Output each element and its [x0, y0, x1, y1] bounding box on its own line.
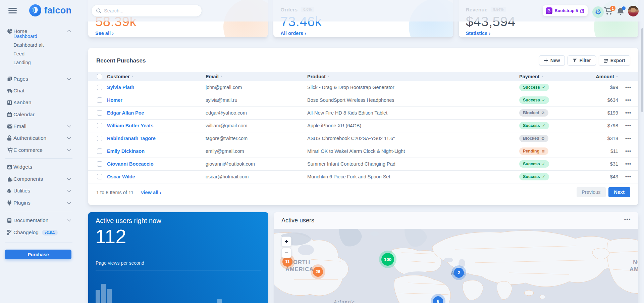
card-header: Active users •••: [274, 212, 638, 229]
sidebar-item-chat[interactable]: Chat: [0, 86, 80, 96]
settings-gear-icon[interactable]: ⚙: [592, 6, 604, 18]
map-zoom-in-button[interactable]: +: [281, 236, 291, 247]
row-menu-icon[interactable]: •••: [618, 145, 638, 158]
dashboard-page: 58.39k See all › Orders0.0% 73.46k All o…: [0, 0, 644, 303]
email-cell: tagore@twitter.com: [206, 132, 307, 145]
sidebar-item-documentation[interactable]: Documentation: [0, 215, 80, 225]
row-checkbox[interactable]: [97, 85, 102, 90]
sidebar-item-landing[interactable]: Landing: [13, 60, 31, 65]
falcon-logo[interactable]: falcon: [29, 4, 71, 17]
row-menu-icon[interactable]: •••: [618, 94, 638, 106]
statistics-link[interactable]: Statistics ›: [466, 31, 490, 36]
sidebar-item-widgets[interactable]: Widgets: [0, 162, 80, 172]
code-branch-icon: [7, 230, 13, 235]
sidebar-item-pages[interactable]: Pages: [0, 74, 80, 84]
next-button[interactable]: Next: [608, 187, 630, 197]
customer-link[interactable]: Oscar Wilde: [107, 174, 135, 179]
previous-button[interactable]: Previous: [577, 187, 605, 197]
notifications-bell-icon[interactable]: [616, 7, 626, 17]
row-menu-icon[interactable]: •••: [618, 106, 638, 119]
sort-icon: ▲▼: [541, 76, 543, 77]
customer-link[interactable]: Edgar Allan Poe: [107, 110, 144, 116]
sidebar-item-components[interactable]: Components: [0, 174, 80, 184]
row-checkbox[interactable]: [97, 123, 102, 128]
new-button[interactable]: New: [539, 55, 565, 66]
purchase-button[interactable]: Purchase: [5, 250, 71, 259]
sidebar-item-authentication[interactable]: Authentication: [0, 133, 80, 143]
row-menu-icon[interactable]: •••: [618, 158, 638, 170]
sidebar-item-label: Calendar: [13, 112, 35, 118]
world-map[interactable]: + − NORTHAMERICA ASIA NORTHAMERICA Atlan…: [274, 229, 638, 303]
column-header-customer[interactable]: Customer▲▼: [107, 74, 134, 79]
amount-cell: $199: [591, 106, 618, 119]
email-cell: john@gmail.com: [206, 81, 307, 94]
row-checkbox[interactable]: [97, 97, 102, 103]
row-checkbox[interactable]: [97, 148, 102, 154]
sidebar-item-utilities[interactable]: Utilities: [0, 186, 80, 196]
search-box[interactable]: [91, 5, 202, 17]
map-zoom-out-button[interactable]: −: [281, 248, 291, 258]
customer-link[interactable]: Rabindranath Tagore: [107, 136, 156, 141]
table-row: Giovanni Boccaccio giovanni@outlook.com …: [88, 158, 638, 170]
bootstrap5-badge[interactable]: B Bootstrap 5: [543, 5, 588, 16]
map-label-north-america-wrap: NORTHAMERICA: [623, 259, 638, 273]
sidebar-item-dashboard[interactable]: Dashboard: [13, 34, 37, 39]
filter-button[interactable]: Filter: [568, 55, 596, 66]
row-menu-icon[interactable]: •••: [618, 132, 638, 145]
sidebar-item-email[interactable]: Email: [0, 121, 80, 131]
see-all-link[interactable]: See all ›: [95, 31, 114, 36]
customer-link[interactable]: Giovanni Boccaccio: [107, 161, 154, 167]
sidebar-item-label: Email: [13, 123, 26, 129]
customer-link[interactable]: William Butler Yeats: [107, 123, 153, 128]
sidebar-item-plugins[interactable]: Plugins: [0, 198, 80, 208]
map-marker[interactable]: 100: [381, 253, 394, 266]
sidebar-item-calendar[interactable]: Calendar: [0, 110, 80, 120]
row-menu-icon[interactable]: •••: [618, 81, 638, 94]
column-header-email[interactable]: Email▲▼: [206, 74, 223, 79]
hamburger-menu-icon[interactable]: [8, 8, 17, 15]
row-menu-icon[interactable]: •••: [618, 170, 638, 183]
select-all-checkbox[interactable]: [97, 74, 102, 79]
sidebar-item-kanban[interactable]: Kanban: [0, 97, 80, 107]
bar: [101, 284, 106, 303]
sidebar-item-feed[interactable]: Feed: [13, 51, 24, 56]
customer-link[interactable]: Emily Dickinson: [107, 148, 145, 154]
column-header-amount[interactable]: Amount▲▼: [596, 74, 618, 79]
all-orders-link[interactable]: All orders ›: [280, 31, 306, 36]
product-cell: ASUS Chromebook C202SA-YS02 11.6": [307, 132, 513, 145]
sort-icon: ▲▼: [327, 76, 330, 77]
row-checkbox[interactable]: [97, 161, 102, 167]
view-all-link[interactable]: view all ›: [141, 190, 161, 195]
map-marker[interactable]: 11: [282, 257, 292, 267]
bar-chart-icon: [7, 165, 13, 170]
version-badge: v2.8.1: [42, 230, 58, 235]
search-input[interactable]: [104, 8, 197, 13]
column-header-product[interactable]: Product▲▼: [307, 74, 330, 79]
top-navbar: falcon B Bootstrap 5 ⚙ 1: [0, 0, 644, 21]
pagination-summary: 1 to 8 Items of 11 — view all ›: [96, 190, 161, 195]
amount-cell: $634: [591, 94, 618, 106]
card-menu-icon[interactable]: •••: [624, 216, 631, 222]
row-checkbox[interactable]: [97, 174, 102, 179]
column-header-payment[interactable]: Payment▲▼: [513, 74, 543, 79]
map-marker[interactable]: 8: [433, 296, 443, 303]
sort-icon: ▲▼: [220, 76, 223, 77]
user-avatar[interactable]: [628, 6, 639, 16]
check-icon: ✓: [542, 98, 545, 102]
row-menu-icon[interactable]: •••: [618, 119, 638, 132]
shopping-cart-icon[interactable]: 1: [604, 7, 615, 17]
customer-link[interactable]: Sylvia Plath: [107, 85, 134, 90]
sidebar-item-home[interactable]: Home: [0, 26, 80, 36]
row-checkbox[interactable]: [97, 110, 102, 116]
map-marker[interactable]: 2: [454, 268, 464, 278]
status-badge: Blocked⊘: [519, 109, 548, 117]
map-marker[interactable]: 26: [313, 267, 323, 277]
sidebar-item-ecommerce[interactable]: E commerce: [0, 145, 80, 155]
row-checkbox[interactable]: [97, 136, 102, 141]
card-title: Recent Purchases: [96, 57, 146, 64]
customer-link[interactable]: Homer: [107, 97, 122, 103]
sidebar-item-changelog[interactable]: Changelogv2.8.1: [0, 227, 80, 237]
sidebar-item-dashboard-alt[interactable]: Dashboard alt: [13, 42, 44, 48]
export-button[interactable]: Export: [599, 55, 630, 66]
scrollbar-thumb[interactable]: [641, 28, 643, 112]
